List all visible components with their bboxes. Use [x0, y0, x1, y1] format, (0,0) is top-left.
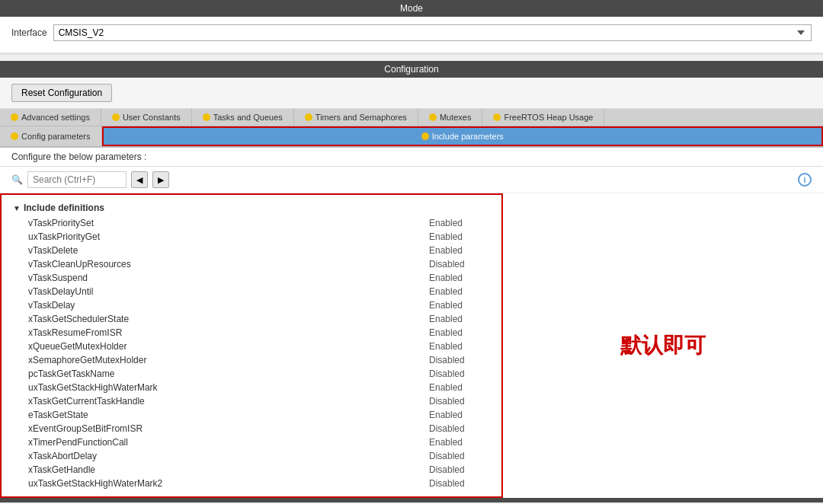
tab-user-constants[interactable]: User Constants [101, 109, 192, 126]
param-value: Disabled [429, 259, 490, 270]
table-row: xTaskGetCurrentTaskHandle Disabled [2, 394, 501, 408]
param-value: Disabled [429, 451, 490, 461]
param-value: Enabled [429, 286, 490, 297]
dot-icon [11, 132, 18, 140]
param-name: vTaskSuspend [28, 273, 429, 283]
param-name: uxTaskPriorityGet [28, 231, 429, 242]
param-value: Disabled [429, 464, 490, 475]
table-row: vTaskDelay Enabled [2, 298, 501, 312]
next-button[interactable]: ▶ [152, 171, 169, 188]
dot-icon [203, 113, 210, 121]
annotation-text: 默认即可 [620, 331, 706, 360]
bottom-bar [0, 498, 823, 502]
tab-label: Timers and Semaphores [315, 113, 407, 122]
tab-timers-semaphores[interactable]: Timers and Semaphores [294, 109, 418, 126]
interface-select[interactable]: CMSIS_V2 [53, 24, 812, 41]
prev-button[interactable]: ◀ [131, 171, 148, 188]
param-name: xTaskGetSchedulerState [28, 314, 429, 324]
tab-freertos-heap[interactable]: FreeRTOS Heap Usage [482, 109, 604, 126]
param-name: xTimerPendFunctionCall [28, 437, 429, 448]
tab-config-parameters[interactable]: Config parameters [0, 126, 102, 146]
param-name: vTaskDelayUntil [28, 286, 429, 297]
param-value: Enabled [429, 327, 490, 338]
param-value: Enabled [429, 382, 490, 393]
table-row: xTaskGetHandle Disabled [2, 463, 501, 477]
tab-label: Include parameters [432, 132, 504, 141]
dot-icon [112, 113, 120, 121]
table-row: vTaskPrioritySet Enabled [2, 216, 501, 230]
dot-icon [11, 113, 18, 121]
interface-row: Interface CMSIS_V2 [11, 24, 812, 41]
param-value: Disabled [429, 478, 490, 489]
param-name: uxTaskGetStackHighWaterMark [28, 382, 429, 393]
dot-icon [305, 113, 312, 121]
table-row: uxTaskGetStackHighWaterMark Enabled [2, 381, 501, 394]
tab-label: User Constants [123, 113, 181, 122]
param-rows: vTaskPrioritySet Enabled uxTaskPriorityG… [2, 216, 501, 490]
tab-tasks-queues[interactable]: Tasks and Queues [192, 109, 294, 126]
tab-label: Mutexes [440, 113, 472, 122]
param-name: xQueueGetMutexHolder [28, 341, 429, 352]
param-value: Enabled [429, 314, 490, 324]
dot-icon [429, 113, 437, 121]
tab-label: FreeRTOS Heap Usage [504, 113, 593, 122]
info-icon[interactable]: i [798, 173, 812, 187]
table-row: xTaskGetSchedulerState Enabled [2, 312, 501, 326]
table-row: xSemaphoreGetMutexHolder Disabled [2, 353, 501, 367]
param-value: Enabled [429, 437, 490, 448]
tab-mutexes[interactable]: Mutexes [418, 109, 483, 126]
tab-label: Config parameters [21, 132, 91, 141]
tab-include-parameters[interactable]: Include parameters [102, 126, 824, 146]
param-value: Enabled [429, 273, 490, 283]
param-name: xTaskAbortDelay [28, 451, 429, 461]
table-row: vTaskSuspend Enabled [2, 271, 501, 285]
param-value: Enabled [429, 231, 490, 242]
reset-configuration-button[interactable]: Reset Configuration [11, 84, 112, 102]
table-row: xTaskResumeFromISR Enabled [2, 326, 501, 340]
param-name: vTaskDelay [28, 300, 429, 311]
table-row: xTaskAbortDelay Disabled [2, 449, 501, 463]
param-name: xTaskGetCurrentTaskHandle [28, 396, 429, 407]
param-name: vTaskPrioritySet [28, 218, 429, 228]
table-row: xTimerPendFunctionCall Enabled [2, 435, 501, 449]
param-name: vTaskCleanUpResources [28, 259, 429, 270]
param-name: uxTaskGetStackHighWaterMark2 [28, 478, 429, 489]
section-header: ▼ Include definitions [2, 201, 501, 216]
config-label: Configuration [384, 64, 438, 75]
param-value: Enabled [429, 410, 490, 420]
table-row: vTaskDelayUntil Enabled [2, 285, 501, 298]
param-value: Disabled [429, 396, 490, 407]
dot-icon [421, 132, 429, 140]
search-icon: 🔍 [11, 174, 23, 185]
param-value: Enabled [429, 300, 490, 311]
table-row: vTaskDelete Enabled [2, 244, 501, 257]
annotation-area: 默认即可 [503, 193, 823, 498]
tabs-row1: Advanced settings User Constants Tasks a… [0, 109, 823, 126]
tab-advanced-settings[interactable]: Advanced settings [0, 109, 101, 126]
config-section: Reset Configuration [0, 78, 823, 109]
param-value: Enabled [429, 341, 490, 352]
tab-label: Tasks and Queues [213, 113, 283, 122]
search-input[interactable] [27, 171, 126, 188]
mode-bar: Mode [0, 0, 823, 17]
mode-section: Interface CMSIS_V2 [0, 17, 823, 55]
main-content: ▼ Include definitions vTaskPrioritySet E… [0, 193, 823, 498]
table-row: vTaskCleanUpResources Disabled [2, 257, 501, 271]
param-name: xTaskResumeFromISR [28, 327, 429, 338]
param-name: pcTaskGetTaskName [28, 368, 429, 379]
configure-label: Configure the below parameters : [0, 148, 823, 167]
table-row: pcTaskGetTaskName Disabled [2, 367, 501, 381]
table-row: xQueueGetMutexHolder Enabled [2, 340, 501, 353]
table-row: xEventGroupSetBitFromISR Disabled [2, 422, 501, 435]
param-name: xEventGroupSetBitFromISR [28, 423, 429, 434]
tabs-row2: Config parameters Include parameters [0, 126, 823, 148]
param-name: eTaskGetState [28, 410, 429, 420]
table-row: uxTaskPriorityGet Enabled [2, 230, 501, 244]
param-value: Enabled [429, 245, 490, 256]
param-name: xTaskGetHandle [28, 464, 429, 475]
params-panel: ▼ Include definitions vTaskPrioritySet E… [0, 193, 503, 498]
mode-label: Mode [400, 3, 423, 14]
param-value: Disabled [429, 355, 490, 365]
dot-icon [493, 113, 501, 121]
param-name: xSemaphoreGetMutexHolder [28, 355, 429, 365]
